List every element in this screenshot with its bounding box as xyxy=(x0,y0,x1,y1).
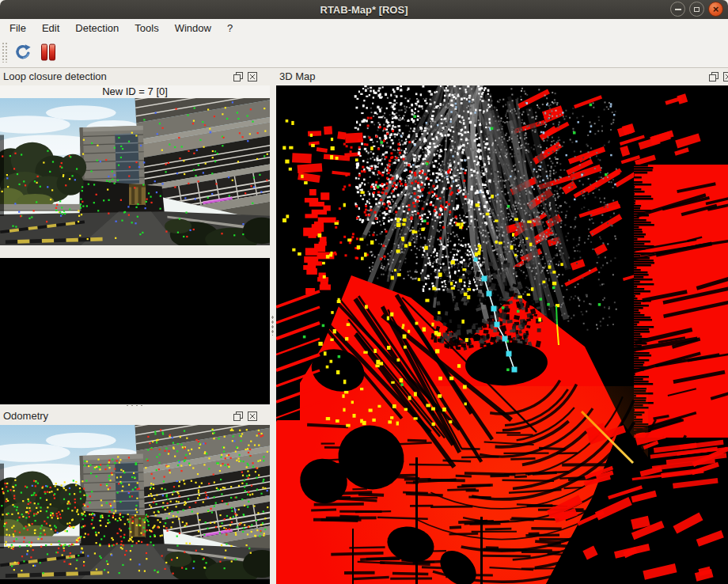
odometry-dock-buttons xyxy=(233,411,257,421)
refresh-icon xyxy=(13,43,32,62)
loop-closure-float-button[interactable] xyxy=(233,71,243,82)
titlebar[interactable]: RTAB-Map* [ROS] × xyxy=(0,0,728,19)
loop-closure-dock-header[interactable]: Loop closure detection xyxy=(0,68,270,85)
menubar: File Edit Detection Tools Window ? xyxy=(0,19,728,37)
window-title: RTAB-Map* [ROS] xyxy=(320,4,408,16)
rtabmap-window: RTAB-Map* [ROS] × File Edit Detection To… xyxy=(0,0,728,584)
menu-tools[interactable]: Tools xyxy=(127,20,166,36)
odometry-close-button[interactable] xyxy=(247,411,257,421)
close-icon: × xyxy=(713,4,719,14)
vertical-splitter[interactable] xyxy=(270,68,276,584)
map3d-dock-header[interactable]: 3D Map xyxy=(276,68,728,85)
loop-closure-image-view[interactable] xyxy=(0,98,270,245)
toolbar xyxy=(0,37,728,68)
loop-closure-match-view[interactable] xyxy=(0,258,270,404)
float-icon xyxy=(233,72,243,82)
loop-closure-gap xyxy=(0,245,270,258)
map3d-close-button[interactable] xyxy=(722,71,728,82)
window-controls: × xyxy=(670,2,723,17)
minimize-icon xyxy=(675,9,681,10)
map3d-float-button[interactable] xyxy=(708,71,719,82)
odometry-title: Odometry xyxy=(3,410,48,422)
left-dock-column: Loop closure detection xyxy=(0,68,270,584)
loop-closure-status: New ID = 7 [0] xyxy=(0,85,270,98)
map3d-title: 3D Map xyxy=(279,70,316,82)
minimize-button[interactable] xyxy=(670,2,685,17)
splitter-grip xyxy=(125,404,146,407)
menu-edit[interactable]: Edit xyxy=(34,20,67,36)
odometry-float-button[interactable] xyxy=(233,411,243,421)
close-dock-icon xyxy=(248,411,257,421)
menu-detection[interactable]: Detection xyxy=(67,20,127,36)
loop-closure-dock-buttons xyxy=(233,71,257,82)
map3d-dock: 3D Map xyxy=(276,68,728,584)
odometry-image-view[interactable] xyxy=(0,425,270,584)
pause-button[interactable] xyxy=(36,40,61,64)
toolbar-drag-handle[interactable] xyxy=(2,42,7,63)
close-dock-icon xyxy=(723,72,728,82)
refresh-button[interactable] xyxy=(10,40,36,64)
float-icon xyxy=(233,411,243,421)
close-dock-icon xyxy=(248,72,257,82)
loop-closure-title: Loop closure detection xyxy=(3,70,107,82)
maximize-button[interactable] xyxy=(689,2,704,17)
close-button[interactable]: × xyxy=(708,2,723,17)
menu-window[interactable]: Window xyxy=(167,20,219,36)
maximize-icon xyxy=(694,7,700,12)
splitter-grip xyxy=(271,315,274,336)
map3d-dock-buttons xyxy=(708,71,728,82)
map3d-view[interactable] xyxy=(276,85,728,584)
menu-file[interactable]: File xyxy=(2,20,34,36)
loop-closure-close-button[interactable] xyxy=(247,71,257,82)
odometry-dock-header[interactable]: Odometry xyxy=(0,408,270,425)
dock-area: Loop closure detection xyxy=(0,68,728,584)
menu-help[interactable]: ? xyxy=(219,20,241,36)
pause-icon xyxy=(40,43,57,62)
float-icon xyxy=(709,72,719,82)
